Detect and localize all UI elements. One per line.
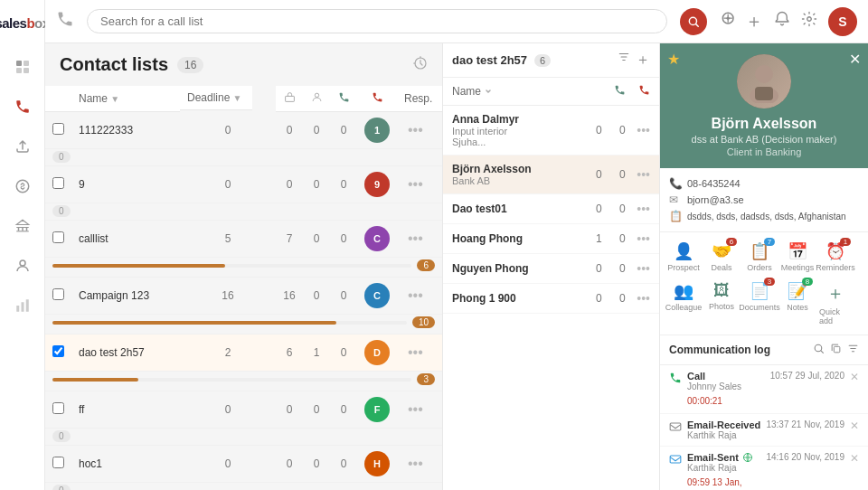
row-name: 111222333 [71,112,180,149]
col-calls [330,86,357,112]
dao-contact-row[interactable]: Phong 1 900 0 0 ••• [443,284,659,314]
dao-contact-row[interactable]: Anna Dalmyr Input interior Sjuha... 0 0 … [443,106,659,155]
sidebar-item-contacts[interactable] [6,250,39,282]
action-orders[interactable]: 📋7 Orders [741,238,778,276]
row-checkbox[interactable] [52,345,64,357]
row-checkbox[interactable] [52,457,64,468]
action-colleague[interactable]: 👥 Colleague [665,278,702,329]
log-time: 13:37 21 Nov, 2019 [766,419,844,429]
svg-rect-25 [670,423,681,430]
profile-address-row: 📋 dsdds, dsds, dadsds, dsds, Afghanistan [669,208,859,224]
search-button[interactable] [680,8,707,35]
contact-call-count: 0 [591,203,606,215]
table-progress-row-empty: 0 [45,149,442,166]
add-icon[interactable]: ＋ [745,9,763,33]
row-c1: 0 [180,166,276,203]
table-row[interactable]: Campaign 123 16 16 0 0 C ••• [45,278,442,315]
row-more[interactable]: ••• [397,278,442,315]
contact-more-btn[interactable]: ••• [637,261,650,276]
col-deadline[interactable]: Deadline ▼ [180,86,252,110]
log-type-icon [669,420,682,436]
row-c2: 7 [276,221,303,258]
settings-icon[interactable] [801,11,817,32]
sidebar-item-import[interactable] [6,130,39,163]
sidebar-item-calls[interactable] [6,90,39,123]
row-checkbox[interactable] [52,123,64,135]
row-name: 9 [71,166,180,203]
dao-contact-row[interactable]: Nguyen Phong 0 0 ••• [443,254,659,284]
action-deals[interactable]: 🤝6 Deals [703,238,740,276]
action-label: Orders [747,263,772,272]
dao-header-actions: ＋ [618,51,650,70]
comm-log-list: Call Johnny Sales 00:00:21 10:57 29 Jul,… [660,365,868,490]
sidebar-item-dashboard[interactable] [6,51,39,83]
dao-col-name[interactable]: Name [452,85,607,98]
svg-rect-11 [21,302,24,312]
contact-more-btn[interactable]: ••• [637,123,650,137]
action-documents[interactable]: 📄3 Documents [741,278,778,329]
dao-contact-row[interactable]: Hoang Phong 1 0 ••• [443,224,659,254]
filter-comm-icon[interactable] [847,343,859,357]
table-row[interactable]: 9 0 0 0 0 9 ••• [45,166,442,203]
table-row[interactable]: calllist 5 7 0 0 C ••• [45,221,442,258]
contact-more-btn[interactable]: ••• [637,231,650,246]
row-checkbox[interactable] [52,288,64,300]
action-label: Prospect [667,263,700,272]
scan-icon[interactable] [720,10,738,33]
row-more[interactable]: ••• [397,335,442,372]
star-icon[interactable]: ★ [667,51,680,68]
log-close-btn[interactable]: ✕ [850,371,859,383]
search-input[interactable] [87,9,667,33]
table-progress-row-empty: 0 [45,429,442,446]
add-contact-icon[interactable]: ＋ [636,51,650,70]
action-meetings[interactable]: 📅 Meetings [779,238,816,276]
action-quick-add[interactable]: ＋ Quick add [817,278,854,329]
dao-contact-row[interactable]: Björn Axelsson Bank AB 0 0 ••• [443,155,659,194]
row-more[interactable]: ••• [397,446,442,483]
row-more[interactable]: ••• [397,166,442,203]
sidebar-item-sales[interactable] [6,170,39,203]
table-row[interactable]: 111222333 0 0 0 0 1 ••• [45,112,442,149]
filter-icon[interactable] [618,51,630,70]
row-name: dao test 2h57 [71,335,180,372]
contact-more-btn[interactable]: ••• [637,202,650,216]
contact-missed-count: 0 [615,292,629,305]
action-photos[interactable]: 🖼 Photos [703,278,740,329]
contact-more-btn[interactable]: ••• [637,291,650,306]
log-time: 10:57 29 Jul, 2020 [770,371,844,381]
row-checkbox[interactable] [52,402,64,414]
close-icon[interactable]: ✕ [849,51,861,68]
action-notes[interactable]: 📝8 Notes [779,278,816,329]
dao-contacts-panel: dao test 2h57 6 ＋ Name [443,43,660,490]
table-row[interactable]: dao test 2h57 2 6 1 0 D ••• [45,335,442,372]
search-comm-icon[interactable] [813,343,825,357]
sidebar-item-reports[interactable] [6,289,39,322]
dao-contact-row[interactable]: Dao test01 0 0 ••• [443,194,659,224]
row-checkbox[interactable] [52,231,64,243]
sidebar-item-bank[interactable] [6,210,39,242]
row-more[interactable]: ••• [397,391,442,429]
svg-rect-3 [24,68,29,73]
action-prospect[interactable]: 👤 Prospect [665,238,702,276]
notifications-icon[interactable] [774,11,790,32]
copy-comm-icon[interactable] [830,343,842,357]
action-reminders[interactable]: ⏰1 Reminders [817,238,854,276]
log-close-btn[interactable]: ✕ [850,419,859,432]
log-close-btn[interactable]: ✕ [850,452,859,465]
dao-col-missed [638,83,650,99]
contact-lists-table: Name ▼ Deadline ▼ [45,86,442,490]
row-more[interactable]: ••• [397,221,442,258]
row-c4: 0 [330,335,357,372]
comm-log-header: Communication log [660,335,868,365]
row-more[interactable]: ••• [397,112,442,149]
user-avatar[interactable]: S [828,7,857,36]
col-name[interactable]: Name ▼ [71,86,180,112]
table-row[interactable]: hoc1 0 0 0 0 H ••• [45,446,442,483]
profile-name: Björn Axelsson [671,116,857,132]
history-icon[interactable] [413,56,428,74]
row-checkbox[interactable] [52,177,64,189]
log-type: Email-Received [687,419,760,430]
contact-more-btn[interactable]: ••• [637,167,650,182]
table-row[interactable]: ff 0 0 0 0 F ••• [45,391,442,429]
contact-missed-count: 0 [615,232,629,245]
